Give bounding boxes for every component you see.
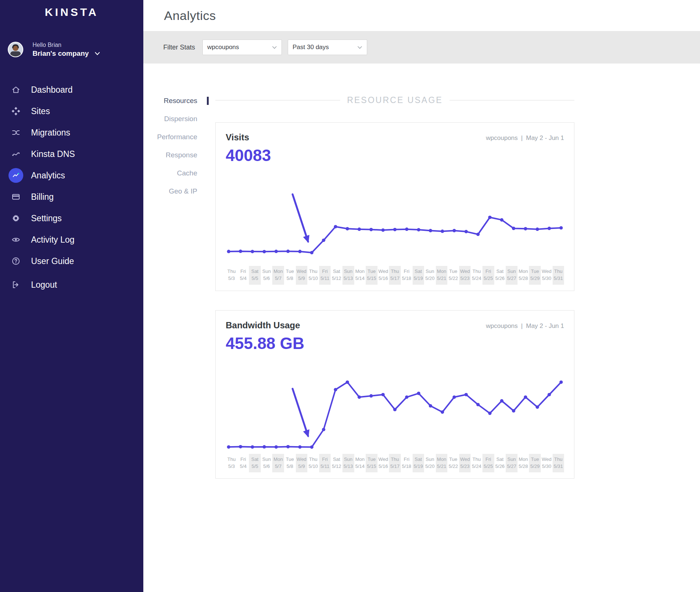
sidebar-item-sites[interactable]: Sites: [0, 100, 143, 122]
sidebar-item-settings[interactable]: Settings: [0, 208, 143, 229]
sidebar-item-label: Activity Log: [31, 235, 75, 245]
sidebar-item-label: Migrations: [31, 128, 70, 138]
sidebar-item-analytics[interactable]: Analytics: [0, 165, 143, 186]
dns-icon: [11, 149, 21, 159]
x-axis-label: Tue5/15: [366, 454, 378, 473]
x-axis-label: Sun5/27: [506, 266, 518, 285]
app-root: Kinsta Hello Brian Brian's compa: [0, 0, 700, 592]
chevron-down-icon: [357, 46, 362, 49]
date-range-select-value: Past 30 days: [293, 44, 329, 51]
x-axis-label: Sun5/6: [261, 454, 273, 473]
sidebar-item-logout[interactable]: Logout: [0, 274, 143, 295]
x-axis-label: Thu5/10: [307, 454, 319, 473]
sidebar: Kinsta Hello Brian Brian's compa: [0, 0, 143, 592]
sidebar-item-dashboard[interactable]: Dashboard: [0, 79, 143, 100]
visits-chart-x-axis: Thu5/3Fri5/4Sat5/5Sun5/6Mon5/7Tue5/8Wed5…: [226, 266, 564, 285]
x-axis-label: Fri5/4: [238, 266, 249, 285]
subnav-item-response[interactable]: Response: [143, 151, 209, 159]
filter-stats-label: Filter Stats: [163, 44, 195, 51]
page-title: Analytics: [164, 8, 216, 23]
x-axis-label: Sat5/5: [249, 266, 261, 285]
x-axis-label: Thu5/10: [307, 266, 319, 285]
x-axis-label: Sat5/12: [331, 454, 342, 473]
x-axis-label: Wed5/9: [296, 266, 308, 285]
visits-chart-plot: [226, 173, 564, 265]
x-axis-label: Wed5/30: [541, 454, 553, 473]
analytics-subnav: ResourcesDispersionPerformanceResponseCa…: [143, 95, 209, 498]
x-axis-label: Sun5/13: [342, 454, 354, 473]
sidebar-item-kinsta-dns[interactable]: Kinsta DNS: [0, 143, 143, 165]
x-axis-label: Sat5/19: [413, 266, 424, 285]
x-axis-label: Sun5/27: [506, 454, 518, 473]
x-axis-label: Mon5/14: [354, 266, 366, 285]
subnav-item-resources[interactable]: Resources: [143, 97, 209, 105]
section-heading: RESOURCE USAGE: [215, 95, 574, 105]
visits-value: 40083: [226, 146, 271, 165]
visits-card: Visits 40083 wpcoupons | May 2 - Jun 1 T…: [215, 122, 574, 291]
x-axis-label: Mon5/21: [436, 454, 448, 473]
annotation-arrow: [293, 389, 308, 436]
x-axis-label: Tue5/15: [366, 266, 378, 285]
bandwidth-chart-x-axis: Thu5/3Fri5/4Sat5/5Sun5/6Mon5/7Tue5/8Wed5…: [226, 454, 564, 473]
charts-column: RESOURCE USAGE Visits 40083 wpcoupons | …: [215, 95, 574, 498]
analytics-icon: [8, 168, 23, 183]
sidebar-item-billing[interactable]: Billing: [0, 186, 143, 208]
main-area: Analytics Filter Stats wpcoupons Past 30…: [143, 0, 700, 592]
x-axis-label: Wed5/30: [541, 266, 553, 285]
visits-chart: Thu5/3Fri5/4Sat5/5Sun5/6Mon5/7Tue5/8Wed5…: [226, 173, 564, 285]
meta-separator: |: [521, 134, 523, 142]
company-name: Brian's company: [33, 49, 89, 58]
sidebar-item-activity-log[interactable]: Activity Log: [0, 229, 143, 250]
site-select[interactable]: wpcoupons: [202, 40, 282, 55]
date-range-select[interactable]: Past 30 days: [288, 40, 367, 55]
user-block[interactable]: Hello Brian Brian's company: [0, 41, 143, 58]
x-axis-label: Sat5/5: [249, 454, 261, 473]
sidebar-item-user-guide[interactable]: User Guide: [0, 250, 143, 272]
x-axis-label: Tue5/22: [447, 454, 459, 473]
heading-rule-left: [215, 100, 340, 100]
subnav-item-geo-ip[interactable]: Geo & IP: [143, 187, 209, 195]
x-axis-label: Tue5/8: [284, 454, 296, 473]
x-axis-label: Mon5/7: [272, 266, 284, 285]
meta-range: May 2 - Jun 1: [526, 134, 564, 142]
x-axis-label: Wed5/23: [459, 266, 471, 285]
page-header: Analytics: [143, 0, 700, 31]
sidebar-item-label: Settings: [31, 213, 62, 223]
x-axis-label: Mon5/7: [272, 454, 284, 473]
x-axis-label: Sun5/13: [342, 266, 354, 285]
x-axis-label: Sun5/20: [424, 266, 436, 285]
sidebar-item-label: Dashboard: [31, 85, 73, 95]
sidebar-item-label: Logout: [31, 280, 57, 290]
sidebar-nav: DashboardSitesMigrationsKinsta DNSAnalyt…: [0, 79, 143, 295]
heading-rule-right: [450, 100, 574, 100]
x-axis-label: Fri5/18: [401, 454, 413, 473]
analytics-content: ResourcesDispersionPerformanceResponseCa…: [143, 64, 700, 498]
annotation-arrow: [293, 194, 308, 242]
x-axis-label: Thu5/31: [553, 266, 564, 285]
x-axis-label: Thu5/3: [226, 454, 238, 473]
x-axis-label: Fri5/18: [401, 266, 413, 285]
section-title: RESOURCE USAGE: [347, 95, 443, 105]
x-axis-label: Mon5/21: [436, 266, 448, 285]
x-axis-label: Tue5/22: [447, 266, 459, 285]
subnav-item-dispersion[interactable]: Dispersion: [143, 115, 209, 123]
x-axis-label: Fri5/25: [482, 454, 494, 473]
logout-icon: [11, 280, 21, 290]
subnav-item-cache[interactable]: Cache: [143, 169, 209, 177]
x-axis-label: Tue5/8: [284, 266, 296, 285]
chevron-down-icon[interactable]: [95, 52, 100, 55]
x-axis-label: Thu5/31: [553, 454, 564, 473]
sites-icon: [11, 106, 21, 116]
x-axis-label: Sat5/26: [494, 266, 506, 285]
bandwidth-card-meta: wpcoupons | May 2 - Jun 1: [486, 320, 564, 330]
visits-card-meta: wpcoupons | May 2 - Jun 1: [486, 132, 564, 142]
subnav-item-performance[interactable]: Performance: [143, 133, 209, 141]
sidebar-item-label: User Guide: [31, 256, 74, 266]
x-axis-label: Wed5/16: [378, 266, 389, 285]
x-axis-label: Thu5/17: [389, 454, 401, 473]
sidebar-item-migrations[interactable]: Migrations: [0, 122, 143, 143]
sidebar-item-label: Billing: [31, 192, 54, 202]
x-axis-label: Sat5/26: [494, 454, 506, 473]
x-axis-label: Sat5/19: [413, 454, 424, 473]
meta-separator: |: [521, 322, 523, 330]
